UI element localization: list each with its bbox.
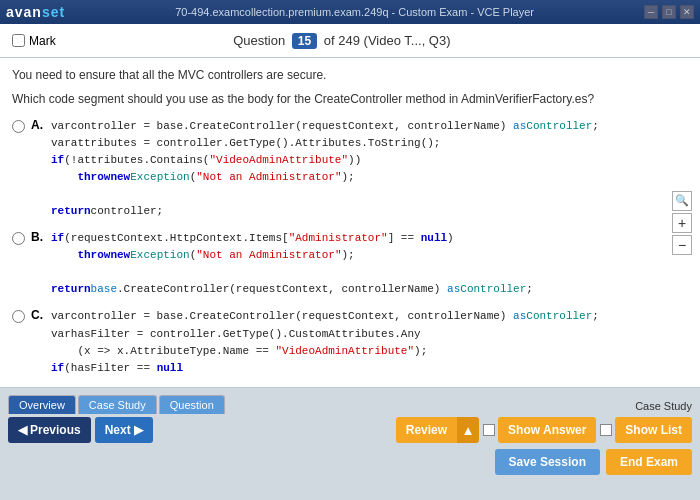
previous-button[interactable]: ◀ Previous xyxy=(8,417,91,443)
close-button[interactable]: ✕ xyxy=(680,5,694,19)
save-session-button[interactable]: Save Session xyxy=(495,449,600,475)
option-a-code: varcontroller = base.CreateController(re… xyxy=(51,118,599,220)
question-header: Mark Question 15 of 249 (Video T..., Q3) xyxy=(0,24,700,58)
tab-case-study[interactable]: Case Study xyxy=(78,395,157,414)
end-exam-button[interactable]: End Exam xyxy=(606,449,692,475)
review-button[interactable]: Review xyxy=(396,417,457,443)
review-group: Review ▲ xyxy=(396,417,479,443)
show-list-checkbox[interactable] xyxy=(600,424,612,436)
question-total: of 249 xyxy=(324,33,360,48)
next-button[interactable]: Next ▶ xyxy=(95,417,153,443)
zoom-in-button[interactable]: + xyxy=(672,213,692,233)
question-text-line2: Which code segment should you use as the… xyxy=(12,90,688,108)
review-arrow-icon: ▲ xyxy=(461,423,474,438)
mark-checkbox-container[interactable]: Mark xyxy=(12,34,56,48)
question-title: Question 15 of 249 (Video T..., Q3) xyxy=(56,33,628,49)
next-arrow-icon: ▶ xyxy=(134,423,143,437)
show-list-group: Show List xyxy=(600,417,692,443)
zoom-out-button[interactable]: − xyxy=(672,235,692,255)
option-c-code: varcontroller = base.CreateController(re… xyxy=(51,308,599,376)
option-c-radio[interactable] xyxy=(12,310,25,323)
question-number: 15 xyxy=(292,33,317,49)
app-logo: avanset xyxy=(6,4,65,20)
show-answer-checkbox[interactable] xyxy=(483,424,495,436)
question-word: Question xyxy=(233,33,285,48)
next-label: Next xyxy=(105,423,131,437)
previous-label: Previous xyxy=(30,423,81,437)
window-title: 70-494.examcollection.premium.exam.249q … xyxy=(65,6,644,18)
option-b-label: B. xyxy=(31,230,43,244)
content-area: You need to ensure that all the MVC cont… xyxy=(0,58,700,388)
option-b-radio[interactable] xyxy=(12,232,25,245)
search-icon: 🔍 xyxy=(672,191,692,211)
mark-label: Mark xyxy=(29,34,56,48)
nav-row: ◀ Previous Next ▶ Review ▲ Show Answer S… xyxy=(0,414,700,446)
option-a-label: A. xyxy=(31,118,43,132)
tab-overview[interactable]: Overview xyxy=(8,395,76,414)
window-controls[interactable]: ─ □ ✕ xyxy=(644,5,694,19)
prev-arrow-icon: ◀ xyxy=(18,423,27,437)
show-answer-label: Show Answer xyxy=(508,423,586,437)
case-study-label: Case Study xyxy=(635,400,692,414)
option-b-code: if(requestContext.HttpContext.Items["Adm… xyxy=(51,230,533,298)
action-row: Save Session End Exam xyxy=(0,446,700,478)
show-list-label: Show List xyxy=(625,423,682,437)
show-answer-group: Show Answer xyxy=(483,417,596,443)
show-answer-button[interactable]: Show Answer xyxy=(498,417,596,443)
question-meta: (Video T..., Q3) xyxy=(364,33,451,48)
option-a[interactable]: A. varcontroller = base.CreateController… xyxy=(12,118,688,220)
option-b[interactable]: B. if(requestContext.HttpContext.Items["… xyxy=(12,230,688,298)
zoom-controls: 🔍 + − xyxy=(672,191,692,255)
mark-checkbox[interactable] xyxy=(12,34,25,47)
title-bar: avanset 70-494.examcollection.premium.ex… xyxy=(0,0,700,24)
option-c[interactable]: C. varcontroller = base.CreateController… xyxy=(12,308,688,376)
review-dropdown-button[interactable]: ▲ xyxy=(457,417,479,443)
option-a-radio[interactable] xyxy=(12,120,25,133)
tab-row: Overview Case Study Question Case Study xyxy=(0,388,700,414)
option-c-label: C. xyxy=(31,308,43,322)
tabs-left: Overview Case Study Question xyxy=(8,395,225,414)
tab-question[interactable]: Question xyxy=(159,395,225,414)
question-text-line1: You need to ensure that all the MVC cont… xyxy=(12,66,688,84)
minimize-button[interactable]: ─ xyxy=(644,5,658,19)
bottom-section: Overview Case Study Question Case Study … xyxy=(0,388,700,478)
show-list-button[interactable]: Show List xyxy=(615,417,692,443)
maximize-button[interactable]: □ xyxy=(662,5,676,19)
